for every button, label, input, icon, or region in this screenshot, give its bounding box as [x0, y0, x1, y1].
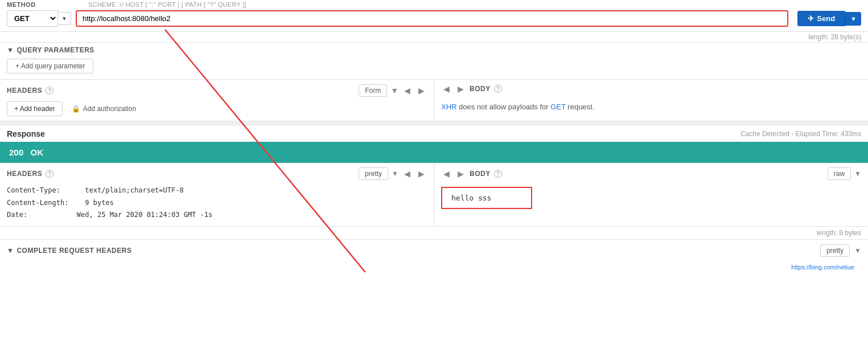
- get-link[interactable]: GET: [550, 103, 566, 111]
- content-type-label: Content-Type:: [7, 186, 60, 194]
- add-auth-label: Add authorization: [83, 105, 136, 113]
- date-label: Date:: [7, 211, 27, 219]
- send-button-label: Send: [817, 14, 835, 23]
- date-value: Wed, 25 Mar 2020 01:24:03 GMT -1s: [77, 211, 212, 219]
- xhr-message: XHR does not allow payloads for GET requ…: [441, 98, 861, 116]
- request-length-info: length: 28 byte(s): [0, 32, 868, 43]
- response-body-collapse-left-button[interactable]: ◀: [441, 169, 452, 178]
- query-params-toggle[interactable]: ▼ QUERY PARAMETERS: [7, 46, 861, 54]
- body-title: BODY: [470, 85, 491, 93]
- body-collapse-left-button[interactable]: ◀: [441, 84, 452, 93]
- complete-headers-label: COMPLETE REQUEST HEADERS: [17, 247, 131, 255]
- raw-button[interactable]: raw: [828, 167, 851, 180]
- content-length-label: Content-Length:: [7, 199, 68, 207]
- url-input[interactable]: [76, 10, 788, 27]
- xhr-link[interactable]: XHR: [441, 103, 456, 111]
- bing-link[interactable]: https://bing.com/netiue: [784, 263, 861, 272]
- chevron-down-icon: ▼: [7, 46, 14, 54]
- chevron-down-icon-2: ▼: [7, 247, 14, 255]
- response-headers-title: HEADERS: [7, 170, 42, 178]
- response-collapse-right-button[interactable]: ▶: [416, 169, 427, 178]
- collapse-left-button[interactable]: ◀: [402, 86, 413, 95]
- pretty-button[interactable]: pretty: [359, 167, 388, 180]
- send-icon: ✈: [808, 14, 814, 23]
- content-length-value: 9 bytes: [85, 199, 114, 207]
- query-params-label: QUERY PARAMETERS: [17, 46, 94, 54]
- add-authorization-button[interactable]: 🔒 Add authorization: [67, 102, 141, 116]
- send-dropdown-button[interactable]: ▼: [845, 12, 861, 26]
- complete-headers-pretty-button[interactable]: pretty: [820, 244, 850, 257]
- status-text: 200 OK: [9, 148, 43, 157]
- status-bar: 200 OK: [0, 142, 868, 163]
- response-body-content: hello sss: [441, 187, 532, 209]
- response-headers-content: Content-Type: text/plain;charset=UTF-8 C…: [7, 185, 427, 222]
- content-type-value: text/plain;charset=UTF-8: [85, 186, 183, 194]
- method-dropdown-button[interactable]: ▼: [58, 12, 71, 25]
- lock-icon: 🔒: [72, 105, 80, 113]
- response-length-info: length: 9 bytes: [0, 227, 868, 239]
- response-title: Response: [7, 129, 45, 138]
- response-body-title: BODY: [470, 170, 491, 178]
- response-body-help-icon[interactable]: ?: [494, 170, 502, 178]
- cache-info: Cache Detected - Elapsed Time: 433ms: [741, 130, 861, 138]
- method-label: METHOD: [7, 1, 36, 8]
- form-button[interactable]: Form: [359, 84, 387, 97]
- headers-title: HEADERS: [7, 87, 42, 95]
- response-collapse-left-button[interactable]: ◀: [402, 169, 413, 178]
- body-collapse-right-button[interactable]: ▶: [455, 84, 466, 93]
- method-select[interactable]: GET POST PUT DELETE PATCH: [7, 10, 58, 27]
- headers-help-icon[interactable]: ?: [46, 87, 54, 95]
- collapse-right-button[interactable]: ▶: [416, 86, 427, 95]
- body-help-icon[interactable]: ?: [494, 85, 502, 93]
- add-header-button[interactable]: + Add header: [7, 101, 63, 116]
- status-ok: OK: [31, 148, 44, 157]
- response-headers-help-icon[interactable]: ?: [46, 170, 54, 178]
- send-button[interactable]: ✈ Send: [797, 11, 845, 26]
- add-query-param-button[interactable]: + Add query parameter: [7, 59, 93, 73]
- response-body-collapse-right-button[interactable]: ▶: [455, 169, 466, 178]
- status-code: 200: [9, 148, 23, 157]
- complete-headers-toggle[interactable]: ▼ COMPLETE REQUEST HEADERS: [7, 247, 131, 255]
- url-label: SCHEME :// HOST [ ":" PORT ] [ PATH [ "?…: [88, 1, 246, 8]
